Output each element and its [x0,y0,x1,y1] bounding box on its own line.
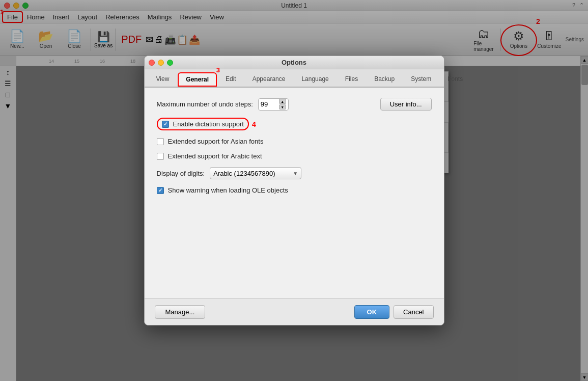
asian-fonts-label: Extended support for Asian fonts [168,138,264,145]
tab-files[interactable]: Files [338,72,366,87]
undo-label: Maximum number of undo steps: [157,100,253,108]
display-digits-row: Display of digits: Arabic (1234567890) ▼ [157,167,432,179]
footer-left: Manage... [155,305,206,319]
tab-view[interactable]: View [149,72,177,87]
tab-general[interactable]: General 3 [178,72,217,87]
ole-check-mark: ✓ [158,187,162,193]
dialog-title-bar: Options [145,56,444,69]
asian-fonts-checkbox[interactable] [157,138,164,145]
ole-row: ✓ Show warning when loading OLE objects [157,186,432,194]
spin-up[interactable]: ▲ [279,99,286,104]
undo-value: 99 [261,100,268,108]
undo-input[interactable]: 99 ▲ ▼ [258,98,289,111]
dictation-row-wrapper: ✓ Enable dictation support 4 [157,118,432,130]
display-label: Display of digits: [157,170,205,177]
manage-button[interactable]: Manage... [155,305,206,319]
annotation-4: 4 [252,120,256,128]
spin-down[interactable]: ▼ [279,104,286,110]
ole-label: Show warning when loading OLE objects [168,186,288,194]
footer-right: OK Cancel [354,305,434,319]
dialog-minimize-button[interactable] [158,60,164,66]
display-value: Arabic (1234567890) [213,170,275,177]
arabic-text-row: Extended support for Arabic text [157,152,432,160]
dictation-label: Enable dictation support [173,120,244,128]
tab-system[interactable]: System [403,72,439,87]
ok-button[interactable]: OK [354,305,390,319]
tab-edit[interactable]: Edit [218,72,244,87]
dialog-close-button[interactable] [149,60,155,66]
display-digits-select[interactable]: Arabic (1234567890) ▼ [210,167,301,179]
tab-appearance[interactable]: Appearance [245,72,293,87]
arabic-text-label: Extended support for Arabic text [168,152,262,160]
annotation-3: 3 [216,66,220,74]
select-arrow-icon: ▼ [293,171,298,176]
undo-row: Maximum number of undo steps: 99 ▲ ▼ Use… [157,98,432,111]
dialog-traffic-lights [149,60,173,66]
tab-backup[interactable]: Backup [367,72,402,87]
asian-fonts-row: Extended support for Asian fonts [157,138,432,145]
dialog-content: Maximum number of undo steps: 99 ▲ ▼ Use… [145,88,444,298]
ole-checkbox[interactable]: ✓ [157,187,164,194]
undo-spinner[interactable]: ▲ ▼ [279,99,286,110]
cancel-button[interactable]: Cancel [394,305,433,319]
arabic-text-checkbox[interactable] [157,153,164,160]
dialog-maximize-button[interactable] [167,60,173,66]
options-dialog: Options View General 3 Edit Appearance L… [144,56,444,325]
dialog-overlay: Options View General 3 Edit Appearance L… [0,0,588,381]
tab-language[interactable]: Language [294,72,336,87]
dialog-footer: Manage... OK Cancel [145,298,444,325]
check-mark: ✓ [163,121,167,127]
dictation-checkbox-row: ✓ Enable dictation support [157,118,249,130]
dialog-tabs: View General 3 Edit Appearance Language … [145,69,444,88]
user-info-button[interactable]: User info... [380,98,432,111]
dialog-title-text: Options [282,59,306,66]
tab-fonts[interactable]: Fonts [440,72,470,87]
dictation-checkbox[interactable]: ✓ [162,121,169,128]
